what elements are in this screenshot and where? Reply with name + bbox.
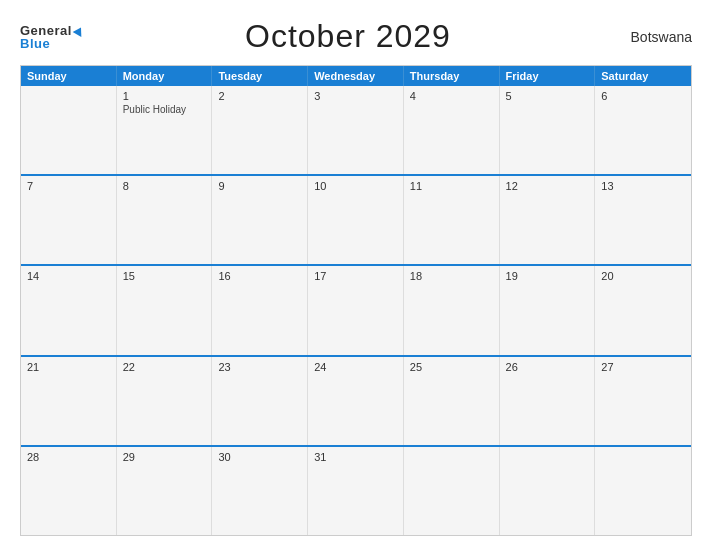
day-number: 8 xyxy=(123,180,206,192)
day-cell xyxy=(404,447,500,535)
country-label: Botswana xyxy=(612,29,692,45)
day-cell: 10 xyxy=(308,176,404,264)
day-number: 14 xyxy=(27,270,110,282)
day-cell: 6 xyxy=(595,86,691,174)
day-number: 4 xyxy=(410,90,493,102)
day-cell: 22 xyxy=(117,357,213,445)
day-cell: 18 xyxy=(404,266,500,354)
day-cell xyxy=(500,447,596,535)
day-number: 19 xyxy=(506,270,589,282)
day-header-friday: Friday xyxy=(500,66,596,86)
day-number: 13 xyxy=(601,180,685,192)
day-cell xyxy=(595,447,691,535)
day-cell xyxy=(21,86,117,174)
day-number: 1 xyxy=(123,90,206,102)
day-number: 5 xyxy=(506,90,589,102)
day-header-wednesday: Wednesday xyxy=(308,66,404,86)
day-cell: 26 xyxy=(500,357,596,445)
day-number: 25 xyxy=(410,361,493,373)
day-cell: 13 xyxy=(595,176,691,264)
day-header-monday: Monday xyxy=(117,66,213,86)
header: General Blue October 2029 Botswana xyxy=(20,18,692,55)
day-cell: 27 xyxy=(595,357,691,445)
day-cell: 29 xyxy=(117,447,213,535)
logo: General Blue xyxy=(20,24,84,50)
day-number: 9 xyxy=(218,180,301,192)
day-number: 11 xyxy=(410,180,493,192)
day-cell: 31 xyxy=(308,447,404,535)
day-number: 18 xyxy=(410,270,493,282)
day-cell: 30 xyxy=(212,447,308,535)
day-number: 28 xyxy=(27,451,110,463)
logo-general: General xyxy=(20,24,84,37)
calendar: SundayMondayTuesdayWednesdayThursdayFrid… xyxy=(20,65,692,536)
day-cell: 20 xyxy=(595,266,691,354)
day-header-thursday: Thursday xyxy=(404,66,500,86)
day-number: 21 xyxy=(27,361,110,373)
day-cell: 3 xyxy=(308,86,404,174)
day-number: 6 xyxy=(601,90,685,102)
day-cell: 1Public Holiday xyxy=(117,86,213,174)
day-number: 17 xyxy=(314,270,397,282)
day-number: 2 xyxy=(218,90,301,102)
day-cell: 4 xyxy=(404,86,500,174)
week-row-1: 1Public Holiday23456 xyxy=(21,86,691,174)
day-cell: 8 xyxy=(117,176,213,264)
day-cell: 14 xyxy=(21,266,117,354)
day-cell: 9 xyxy=(212,176,308,264)
week-row-5: 28293031 xyxy=(21,445,691,535)
day-cell: 21 xyxy=(21,357,117,445)
day-cell: 12 xyxy=(500,176,596,264)
logo-blue: Blue xyxy=(20,37,84,50)
day-cell: 28 xyxy=(21,447,117,535)
day-cell: 24 xyxy=(308,357,404,445)
day-cell: 7 xyxy=(21,176,117,264)
day-number: 23 xyxy=(218,361,301,373)
day-cell: 23 xyxy=(212,357,308,445)
day-number: 24 xyxy=(314,361,397,373)
day-cell: 15 xyxy=(117,266,213,354)
day-number: 16 xyxy=(218,270,301,282)
week-row-2: 78910111213 xyxy=(21,174,691,264)
day-number: 27 xyxy=(601,361,685,373)
day-cell: 19 xyxy=(500,266,596,354)
week-row-4: 21222324252627 xyxy=(21,355,691,445)
day-number: 3 xyxy=(314,90,397,102)
day-number: 12 xyxy=(506,180,589,192)
day-cell: 2 xyxy=(212,86,308,174)
day-event: Public Holiday xyxy=(123,104,206,115)
day-headers-row: SundayMondayTuesdayWednesdayThursdayFrid… xyxy=(21,66,691,86)
day-header-tuesday: Tuesday xyxy=(212,66,308,86)
day-cell: 16 xyxy=(212,266,308,354)
page: General Blue October 2029 Botswana Sunda… xyxy=(0,0,712,550)
day-number: 26 xyxy=(506,361,589,373)
day-number: 29 xyxy=(123,451,206,463)
day-number: 20 xyxy=(601,270,685,282)
day-number: 22 xyxy=(123,361,206,373)
week-row-3: 14151617181920 xyxy=(21,264,691,354)
day-cell: 17 xyxy=(308,266,404,354)
day-cell: 11 xyxy=(404,176,500,264)
day-cell: 25 xyxy=(404,357,500,445)
day-number: 7 xyxy=(27,180,110,192)
day-number: 10 xyxy=(314,180,397,192)
calendar-title: October 2029 xyxy=(84,18,612,55)
day-header-saturday: Saturday xyxy=(595,66,691,86)
day-cell: 5 xyxy=(500,86,596,174)
day-header-sunday: Sunday xyxy=(21,66,117,86)
day-number: 31 xyxy=(314,451,397,463)
day-number: 30 xyxy=(218,451,301,463)
day-number: 15 xyxy=(123,270,206,282)
weeks-container: 1Public Holiday2345678910111213141516171… xyxy=(21,86,691,535)
